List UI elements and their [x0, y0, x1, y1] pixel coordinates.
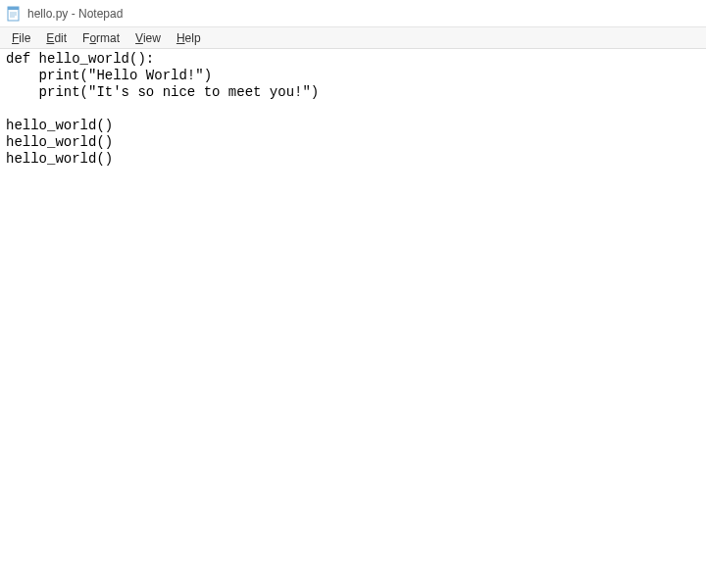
menu-file[interactable]: File	[4, 29, 38, 47]
menu-help-rest: elp	[185, 31, 201, 45]
notepad-icon	[6, 6, 22, 22]
menu-view[interactable]: View	[127, 29, 169, 47]
titlebar: hello.py - Notepad	[0, 0, 706, 27]
menu-format[interactable]: Format	[75, 29, 127, 47]
menu-edit[interactable]: Edit	[38, 29, 75, 47]
menu-edit-rest: dit	[54, 31, 67, 45]
menu-format-rest: rmat	[96, 31, 120, 45]
menu-help[interactable]: Help	[169, 29, 209, 47]
menu-file-rest: ile	[19, 31, 30, 45]
window-title: hello.py - Notepad	[27, 7, 123, 21]
menubar: File Edit Format View Help	[0, 27, 706, 49]
svg-rect-1	[8, 7, 19, 10]
menu-view-rest: iew	[143, 31, 161, 45]
text-editor-area[interactable]: def hello_world(): print("Hello World!")…	[0, 49, 706, 588]
